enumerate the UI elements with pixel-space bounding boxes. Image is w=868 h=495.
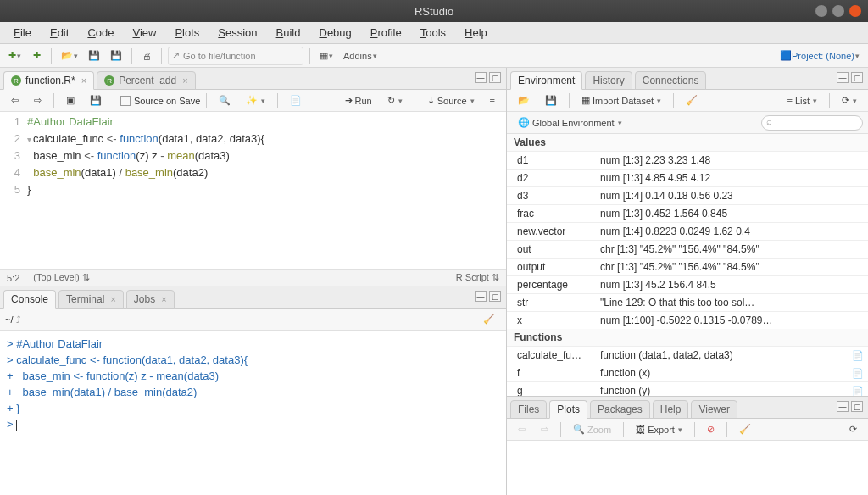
close-tab-icon[interactable]: × [182, 75, 187, 86]
language-selector[interactable]: R Script ⇅ [456, 272, 499, 283]
forward-button[interactable]: ⇨ [28, 92, 47, 108]
window-minimize-button[interactable] [815, 5, 827, 17]
viewer-tab-viewer[interactable]: Viewer [691, 400, 737, 419]
viewer-tab-help[interactable]: Help [653, 400, 689, 419]
refresh-env-button[interactable]: ⟳▾ [836, 92, 863, 108]
env-row[interactable]: outputchr [1:3] "45.2%" "156.4%" "84.5%" [507, 258, 868, 275]
close-tab-icon[interactable]: × [81, 75, 86, 86]
env-tab-environment[interactable]: Environment [510, 71, 582, 90]
env-row[interactable]: fracnum [1:3] 0.452 1.564 0.845 [507, 204, 868, 222]
rerun-button[interactable]: ↻▾ [381, 92, 409, 108]
list-view-button[interactable]: ≡ List▾ [781, 93, 823, 108]
console-path-popout-icon[interactable]: ⤴ [16, 314, 21, 325]
outline-button[interactable]: ≡ [484, 93, 501, 108]
minimize-console-button[interactable]: — [475, 291, 487, 302]
env-row[interactable]: new.vectornum [1:4] 0.8223 0.0249 1.62 0… [507, 222, 868, 240]
close-tab-icon[interactable]: × [161, 294, 166, 304]
addins-grid-icon[interactable]: ▦▾ [316, 47, 337, 64]
environment-tabstrip: EnvironmentHistoryConnections — ▢ [507, 68, 868, 90]
save-source-button[interactable]: 💾 [84, 92, 108, 108]
env-search-input[interactable] [761, 115, 863, 131]
menu-file[interactable]: File [5, 23, 40, 42]
global-env-selector[interactable]: 🌐 Global Environment▾ [512, 114, 628, 131]
new-file-button[interactable]: ✚▾ [5, 47, 25, 64]
inspect-icon[interactable]: 📄 [848, 386, 868, 397]
env-row[interactable]: xnum [1:100] -0.5022 0.1315 -0.0789… [507, 311, 868, 329]
plot-next-button[interactable]: ⇨ [535, 421, 554, 437]
goto-file-input[interactable]: ↗ Go to file/function [168, 47, 303, 65]
env-tab-history[interactable]: History [585, 71, 632, 90]
viewer-tab-packages[interactable]: Packages [590, 400, 650, 419]
scope-selector[interactable]: (Top Level) ⇅ [33, 272, 89, 283]
window-maximize-button[interactable] [832, 5, 844, 17]
save-workspace-button[interactable]: 💾 [539, 92, 563, 108]
new-project-button[interactable]: ✚ [28, 47, 45, 64]
code-editor[interactable]: 12345 #Author DataFlair▾calculate_func <… [0, 112, 506, 269]
clear-objects-button[interactable]: 🧹 [680, 92, 704, 108]
minimize-viewer-button[interactable]: — [837, 401, 849, 412]
close-tab-icon[interactable]: × [110, 294, 115, 304]
save-all-button[interactable]: 💾 [107, 47, 125, 64]
plot-prev-button[interactable]: ⇦ [512, 421, 531, 437]
console-tab-console[interactable]: Console [3, 290, 56, 309]
load-workspace-button[interactable]: 📂 [512, 92, 536, 108]
console-tab-jobs[interactable]: Jobs× [126, 290, 175, 309]
show-in-new-window-button[interactable]: ▣ [60, 92, 81, 108]
print-button[interactable]: 🖨 [138, 47, 155, 64]
wand-button[interactable]: ✨▾ [240, 92, 271, 108]
menu-profile[interactable]: Profile [362, 23, 410, 42]
env-row[interactable]: d1num [1:3] 2.23 3.23 1.48 [507, 151, 868, 169]
maximize-env-button[interactable]: ▢ [851, 72, 863, 83]
env-row[interactable]: d2num [1:3] 4.85 4.95 4.12 [507, 169, 868, 186]
compile-report-button[interactable]: 📄 [284, 92, 308, 108]
inspect-icon[interactable]: 📄 [848, 368, 868, 379]
r-file-icon: R [11, 75, 21, 86]
find-button[interactable]: 🔍 [213, 92, 236, 108]
env-row[interactable]: d3num [1:4] 0.14 0.18 0.56 0.23 [507, 186, 868, 204]
env-row[interactable]: percentagenum [1:3] 45.2 156.4 84.5 [507, 275, 868, 293]
menu-view[interactable]: View [124, 23, 164, 42]
plot-clear-button[interactable]: 🧹 [733, 421, 757, 437]
viewer-tab-plots[interactable]: Plots [549, 400, 587, 419]
console-output[interactable]: > #Author DataFlair> calculate_func <- f… [0, 331, 506, 495]
window-close-button[interactable] [849, 5, 861, 17]
minimize-env-button[interactable]: — [837, 72, 849, 83]
save-button[interactable]: 💾 [85, 47, 103, 64]
addins-menu[interactable]: Addins▾ [340, 47, 381, 64]
minimize-pane-button[interactable]: — [475, 72, 487, 83]
project-menu[interactable]: 🟦 Project: (None)▾ [776, 47, 863, 64]
env-row[interactable]: gfunction (y)📄 [507, 381, 868, 396]
viewer-tab-files[interactable]: Files [510, 400, 547, 419]
inspect-icon[interactable]: 📄 [848, 350, 868, 361]
clear-console-button[interactable]: 🧹 [477, 311, 501, 327]
env-row[interactable]: ffunction (x)📄 [507, 364, 868, 381]
source-button[interactable]: ↧ Source▾ [421, 92, 481, 108]
menu-plots[interactable]: Plots [166, 23, 208, 42]
maximize-viewer-button[interactable]: ▢ [851, 401, 863, 412]
menu-build[interactable]: Build [268, 23, 309, 42]
plot-export-button[interactable]: 🖼 Export▾ [630, 422, 688, 437]
console-tab-terminal[interactable]: Terminal× [58, 290, 124, 309]
source-on-save-checkbox[interactable] [120, 96, 131, 106]
menu-debug[interactable]: Debug [311, 23, 360, 42]
maximize-pane-button[interactable]: ▢ [489, 72, 501, 83]
menu-tools[interactable]: Tools [412, 23, 454, 42]
plot-remove-button[interactable]: ⊘ [701, 421, 721, 437]
env-row[interactable]: calculate_fu…function (data1, data2, dat… [507, 346, 868, 364]
back-button[interactable]: ⇦ [5, 92, 25, 108]
source-tab[interactable]: Rfunction.R*× [3, 71, 94, 90]
menu-code[interactable]: Code [79, 23, 122, 42]
plot-zoom-button[interactable]: 🔍 Zoom [567, 421, 617, 437]
source-tab[interactable]: RPercent_add× [97, 71, 196, 90]
menu-edit[interactable]: Edit [42, 23, 77, 42]
open-file-button[interactable]: 📂▾ [58, 47, 81, 64]
env-tab-connections[interactable]: Connections [635, 71, 707, 90]
env-row[interactable]: str"Line 129: O that this too too sol… [507, 293, 868, 311]
env-row[interactable]: outchr [1:3] "45.2%" "156.4%" "84.5%" [507, 240, 868, 258]
run-button[interactable]: ➔ Run [339, 92, 378, 108]
maximize-console-button[interactable]: ▢ [489, 291, 501, 302]
plot-refresh-button[interactable]: ⟳ [843, 421, 863, 437]
import-dataset-button[interactable]: ▦ Import Dataset▾ [576, 92, 667, 108]
menu-help[interactable]: Help [456, 23, 496, 42]
menu-session[interactable]: Session [209, 23, 265, 42]
